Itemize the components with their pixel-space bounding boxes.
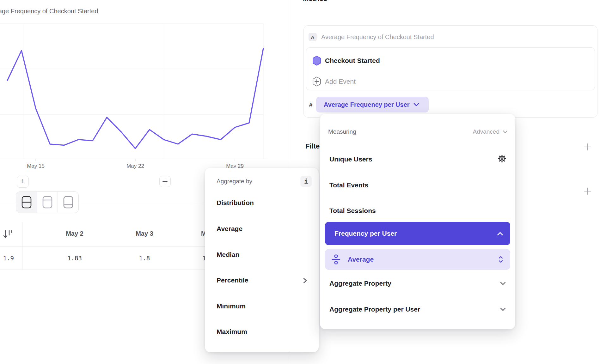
sub-option-average[interactable]: Average [325,249,510,270]
table-cell: 1.83 [49,255,100,262]
average-divide-icon [331,254,341,265]
layout-panel-top-button[interactable] [37,192,58,213]
selected-option-label: Frequency per User [330,230,497,237]
chart-axis [0,159,266,161]
menu-item-average[interactable]: Average [217,225,242,233]
chevron-down-icon [500,307,506,311]
app-root: Average Frequency of Checkout Started Ma… [0,0,600,364]
chevron-up-icon [497,232,503,236]
info-icon[interactable]: i [300,176,312,187]
plus-icon [162,179,168,184]
chart-series-line [7,48,263,149]
event-name[interactable]: Checkout Started [325,57,380,64]
metric-letter-badge: A [309,33,317,41]
chevron-right-icon [303,278,307,283]
chevron-down-icon [503,130,508,134]
add-event-icon [312,76,321,87]
chevron-down-icon [500,282,506,285]
info-glyph: i [304,178,308,185]
add-event-button[interactable]: Add Event [325,78,356,85]
metric-title-input[interactable]: Average Frequency of Checkout Started [321,33,434,41]
measurement-dropdown[interactable]: Average Frequency per User [316,97,429,112]
metrics-section-heading: Metrics [303,0,327,3]
menu-item-distribution[interactable]: Distribution [217,199,254,207]
add-breakdown-button[interactable] [584,187,592,195]
x-tick-label: May 15 [14,163,58,169]
aggregate-by-header: Aggregate by [217,178,252,185]
sub-option-label: Average [348,256,491,263]
menu-item-unique-users[interactable]: Unique Users [329,155,372,163]
advanced-label: Advanced [473,128,499,135]
metric-letter: A [311,34,315,40]
layout-panel-bottom-button[interactable] [58,192,78,213]
chart-gridlines [0,24,263,159]
menu-item-median[interactable]: Median [217,251,239,258]
aggregate-by-menu: Aggregate by i Distribution Average Medi… [205,168,319,352]
split-horizontal-icon [21,196,32,209]
sort-icon[interactable] [3,228,14,241]
menu-item-total-events[interactable]: Total Events [329,181,368,189]
measurement-prefix: # [309,101,313,108]
add-chart-button[interactable] [159,176,171,187]
advanced-toggle[interactable]: Advanced [473,128,508,135]
menu-item-maximum[interactable]: Maximum [217,328,247,336]
measuring-header: Measuring [328,128,356,135]
menu-item-aggregate-property-per-user[interactable]: Aggregate Property per User [329,306,420,313]
add-filter-button[interactable] [584,143,592,151]
menu-item-minimum[interactable]: Minimum [217,302,246,310]
line-chart [0,0,269,174]
menu-item-frequency-per-user-selected[interactable]: Frequency per User [325,222,510,245]
select-updown-icon [498,256,503,263]
panel-top-icon [42,196,52,209]
panel-bottom-icon [63,196,73,209]
menu-item-total-sessions[interactable]: Total Sessions [329,207,376,215]
measuring-menu: Measuring Advanced Unique Users Total Ev… [320,114,515,329]
layout-toggle-group [16,191,79,213]
layout-split-horizontal-button[interactable] [16,192,37,213]
table-header-cell[interactable]: May 2 [49,230,100,237]
menu-item-percentile[interactable]: Percentile [217,276,248,284]
table-cell: 1.9 [0,255,14,262]
chevron-down-icon [413,103,419,106]
menu-item-aggregate-property[interactable]: Aggregate Property [329,280,391,287]
gear-icon[interactable] [498,154,506,163]
segment-count-button[interactable]: 1 [17,176,29,188]
event-hexagon-icon [312,56,321,66]
table-column-divider [22,222,22,270]
segment-count-label: 1 [21,179,24,185]
table-cell: 1.8 [119,255,170,262]
table-header-cell[interactable]: May 3 [119,230,170,237]
x-tick-label: May 22 [113,163,157,169]
measurement-dropdown-label: Average Frequency per User [324,101,410,108]
